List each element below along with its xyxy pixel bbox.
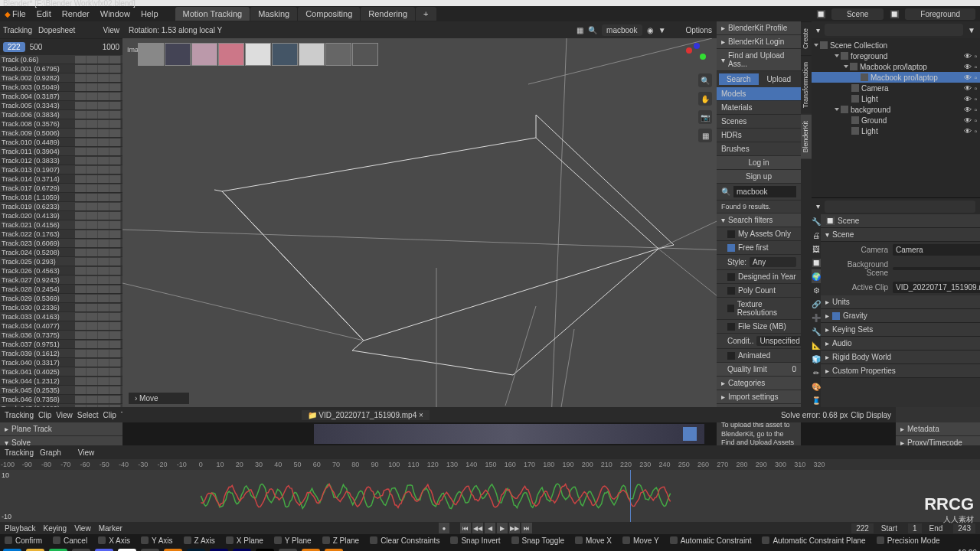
bkit-search-field[interactable]: macbook — [733, 186, 796, 197]
pan-icon[interactable]: ✋ — [698, 92, 712, 106]
track-row[interactable]: Track.002 (0.9282) — [0, 73, 122, 83]
tab-motion-tracking[interactable]: Motion Tracking — [175, 7, 250, 21]
props-tab[interactable]: 🧊 — [812, 352, 821, 366]
track-row[interactable]: Track.027 (0.9243) — [0, 276, 122, 285]
condition-select[interactable]: Unspecified — [756, 336, 802, 346]
gravity-section[interactable]: Gravity — [843, 311, 867, 320]
frame-ruler[interactable]: -100-90-80-70-60-50-40-30-20-10010203040… — [0, 459, 980, 470]
props-tab[interactable]: 🖨 — [812, 228, 821, 242]
gravity-checkbox[interactable] — [832, 312, 840, 320]
track-row[interactable]: Track.012 (0.3833) — [0, 156, 122, 165]
bkit-type-models[interactable]: Models — [717, 87, 801, 101]
jump-next-icon[interactable]: ▶▶ — [509, 523, 520, 533]
jump-start-icon[interactable]: ⏮ — [460, 523, 471, 533]
bgscene-field[interactable] — [893, 267, 980, 270]
track-row[interactable]: Track.041 (0.4025) — [0, 367, 122, 377]
track-row[interactable]: Track.018 (1.1059) — [0, 193, 122, 202]
outliner-search[interactable] — [825, 24, 963, 36]
outliner-mode-icon[interactable]: ▾ — [816, 26, 820, 34]
bkit-search-tab[interactable]: Search — [719, 73, 759, 85]
track-row[interactable]: Track.046 (0.7358) — [0, 395, 122, 404]
track-row[interactable]: Track.017 (0.6729) — [0, 184, 122, 193]
props-tab[interactable]: 🖼 — [812, 242, 821, 256]
asset-thumb[interactable] — [165, 43, 191, 66]
track-row[interactable]: Track.021 (0.4156) — [0, 220, 122, 230]
clip-select[interactable]: Select — [77, 411, 99, 419]
tab-blenderkit[interactable]: BlenderKit — [801, 114, 812, 159]
track-row[interactable]: Track.033 (0.4163) — [0, 312, 122, 321]
track-row[interactable]: Track.039 (0.1612) — [0, 349, 122, 358]
keying-menu[interactable]: Keying — [44, 524, 67, 533]
props-tab[interactable]: 🔲 — [812, 256, 821, 269]
checkbox-texres[interactable] — [727, 305, 734, 312]
track-row[interactable]: Track.006 (0.3834) — [0, 110, 122, 119]
props-tab[interactable]: 🔧 — [812, 324, 821, 338]
bkit-type-brushes[interactable]: Brushes — [717, 142, 801, 156]
rigidbody-section[interactable]: Rigid Body World — [832, 353, 891, 361]
checkbox-polycount[interactable] — [727, 287, 735, 295]
tree-row[interactable]: Macbook pro/laptop👁▫ — [812, 61, 980, 72]
overlay-icon[interactable]: ▼ — [658, 26, 666, 34]
categories-section[interactable]: ▸ Categories — [717, 377, 801, 390]
plane-track-section[interactable]: ▸ Plane Track — [0, 422, 122, 436]
props-tab[interactable]: ➕ — [812, 311, 821, 324]
asset-thumb[interactable] — [191, 43, 217, 66]
track-row[interactable]: Track.011 (0.3904) — [0, 147, 122, 156]
grid-icon[interactable]: ▦ — [698, 129, 712, 142]
tracks-list[interactable]: Track (0.66)Track.001 (0.6795)Track.002 … — [0, 55, 122, 407]
metadata-section[interactable]: ▸ Metadata — [896, 422, 980, 436]
tree-row[interactable]: Camera👁▫ — [812, 83, 980, 93]
graph-tracking-mode[interactable]: Tracking — [5, 448, 34, 457]
bkit-profile[interactable]: ▸ BlenderKit Profile — [717, 21, 801, 35]
search-filters[interactable]: ▾ Search filters — [717, 214, 801, 227]
track-row[interactable]: Track.029 (0.5369) — [0, 294, 122, 303]
clip-clip-mode[interactable]: Clip — [38, 411, 51, 419]
import-settings-section[interactable]: ▸ Import settings — [717, 390, 801, 404]
scene-select[interactable]: Scene — [831, 8, 884, 20]
viewlayer-select[interactable]: Foreground — [905, 8, 975, 20]
bkit-type-materials[interactable]: Materials — [717, 101, 801, 115]
activeclip-field[interactable]: VID_20220717_151909.mp4 — [893, 282, 980, 293]
customprops-section[interactable]: Custom Properties — [832, 367, 896, 375]
jump-end-icon[interactable]: ⏭ — [521, 523, 532, 533]
track-row[interactable]: Track.019 (0.6233) — [0, 202, 122, 211]
frame-start[interactable]: 1 — [908, 523, 922, 533]
audio-section[interactable]: Audio — [832, 339, 852, 347]
track-row[interactable]: Track (0.66) — [0, 55, 122, 64]
dopesheet-mode[interactable]: Dopesheet — [38, 26, 75, 34]
asset-thumb[interactable] — [218, 43, 244, 66]
options-dropdown[interactable]: Options — [686, 26, 712, 34]
frame-current[interactable]: 222 — [851, 523, 874, 533]
track-row[interactable]: Track.026 (0.4563) — [0, 266, 122, 276]
style-select[interactable]: Any — [750, 257, 796, 267]
props-tab[interactable]: ✏ — [812, 366, 821, 380]
playhead[interactable]: 222 — [630, 470, 631, 522]
camera-field[interactable]: Camera — [893, 244, 980, 256]
props-editor-icon[interactable]: ▾ — [816, 202, 820, 210]
zoom-icon[interactable]: 🔍 — [698, 73, 712, 87]
outliner-tree[interactable]: Scene Collection foreground👁▫Macbook pro… — [812, 38, 980, 138]
jump-prev-icon[interactable]: ◀◀ — [472, 523, 483, 533]
menu-render[interactable]: Render — [62, 9, 90, 18]
current-frame[interactable]: 222 — [3, 42, 25, 52]
tl-view-menu[interactable]: View — [74, 524, 91, 533]
filter-icon[interactable]: ▼ — [968, 26, 975, 34]
tab-transformation[interactable]: Transformation — [801, 55, 812, 114]
track-row[interactable]: Track.024 (0.5208) — [0, 248, 122, 257]
clip-clip2[interactable]: Clip — [103, 411, 116, 419]
track-row[interactable]: Track.044 (1.2312) — [0, 377, 122, 386]
track-row[interactable]: Track.008 (0.3576) — [0, 119, 122, 129]
track-row[interactable]: Track.036 (0.7375) — [0, 331, 122, 340]
gizmo-toggle-icon[interactable]: ▦ — [577, 26, 583, 34]
tab-compositing[interactable]: Compositing — [298, 7, 360, 21]
tree-row[interactable]: Ground👁▫ — [812, 115, 980, 126]
track-row[interactable]: Track.013 (0.1907) — [0, 165, 122, 174]
menu-window[interactable]: Window — [100, 9, 130, 18]
props-tab[interactable]: 📐 — [812, 338, 821, 352]
track-row[interactable]: Track.022 (0.1763) — [0, 230, 122, 239]
bkit-type-hdrs[interactable]: HDRs — [717, 129, 801, 142]
bkit-find[interactable]: ▾ Find and Upload Ass... — [717, 49, 801, 71]
track-row[interactable]: Track.040 (0.3317) — [0, 358, 122, 367]
tab-create[interactable]: Create — [801, 21, 812, 55]
autokeying-icon[interactable]: ● — [439, 523, 449, 533]
